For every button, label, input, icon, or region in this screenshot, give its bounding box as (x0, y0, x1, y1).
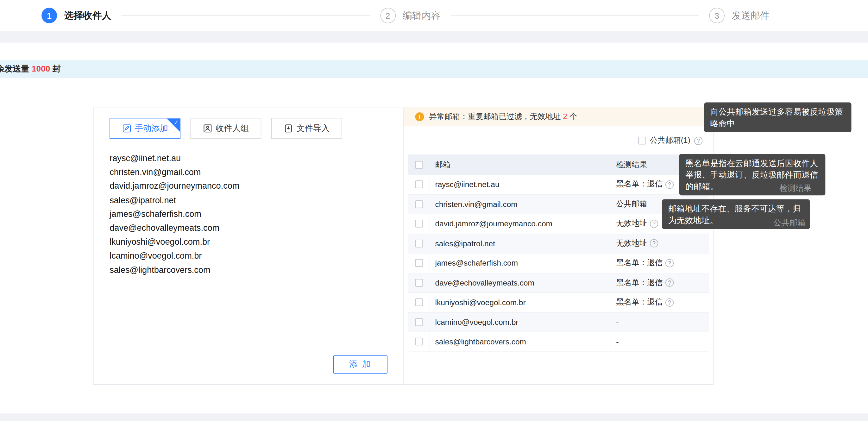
table-header-row: 邮箱 检测结果 (408, 154, 709, 175)
email-entry: james@schaferfish.com (110, 207, 389, 221)
wizard-step-1: 1选择收件人 (41, 8, 111, 23)
add-button[interactable]: 添 加 (333, 356, 388, 374)
table-row: dave@echovalleymeats.com黑名单：退信? (408, 273, 709, 293)
email-entry: lcamino@voegol.com.br (110, 249, 389, 263)
table-row: james@schaferfish.com黑名单：退信? (408, 253, 709, 273)
warning-prefix: 异常邮箱：重复邮箱已过滤，无效地址 (429, 112, 563, 120)
table-row: sales@lightbarcovers.com- (408, 332, 709, 352)
row-checkbox[interactable] (415, 200, 423, 208)
help-icon[interactable]: ? (650, 239, 658, 247)
help-icon[interactable]: ? (650, 220, 658, 228)
public-mailbox-filter: 公共邮箱(1) ? (638, 136, 703, 145)
file-import-icon (284, 124, 292, 133)
recipient-selection-panel: 手动添加✓收件人组文件导入 raysc@iinet.net.auchristen… (93, 107, 714, 385)
detection-result: 黑名单：退信 (616, 258, 662, 268)
detection-result: 公共邮箱 (616, 199, 647, 209)
detection-result: 黑名单：退信 (616, 297, 662, 307)
warning-text: 异常邮箱：重复邮箱已过滤，无效地址 2 个 (429, 112, 577, 121)
public-mailbox-checkbox[interactable] (638, 137, 646, 144)
email-entry: christen.vin@gmail.com (110, 165, 389, 179)
email-entry: sales@ipatrol.net (110, 193, 389, 207)
step-connector (121, 15, 370, 16)
email-entry: dave@echovalleymeats.com (110, 221, 389, 235)
row-checkbox[interactable] (415, 259, 423, 267)
help-icon[interactable]: ? (665, 180, 674, 189)
email-cell: sales@lightbarcovers.com (430, 332, 611, 351)
public-mailbox-label: 公共邮箱(1) (650, 136, 690, 145)
row-checkbox[interactable] (415, 279, 423, 287)
row-checkbox[interactable] (415, 181, 423, 188)
email-entry: david.jamroz@journeymanco.com (110, 179, 389, 193)
step-connector (451, 15, 699, 16)
email-cell: raysc@iinet.net.au (430, 175, 611, 194)
quota-bar: 余发送量 1000 封 (0, 60, 868, 78)
step-label: 编辑内容 (403, 9, 440, 22)
step-number: 3 (709, 8, 724, 23)
result-cell: 黑名单：退信? (611, 253, 709, 273)
step-number: 2 (380, 8, 395, 23)
help-icon[interactable]: ? (665, 278, 674, 287)
step-number: 1 (41, 8, 57, 23)
tab-label: 收件人组 (216, 123, 249, 133)
table-row: raysc@iinet.net.au黑名单：退信? (408, 175, 709, 195)
wizard-step-2: 2编辑内容 (380, 8, 440, 23)
mass-mail-wizard-page: 1选择收件人2编辑内容3发送邮件 余发送量 1000 封 手动添加✓收件人组文件… (0, 0, 868, 421)
background-text-fragment: 检测结果 (779, 183, 811, 194)
detection-result: - (616, 318, 619, 326)
checkbox-cell (408, 312, 430, 331)
email-entry: raysc@iinet.net.au (110, 151, 389, 165)
select-all-checkbox[interactable] (415, 161, 423, 169)
help-icon[interactable]: ? (694, 137, 703, 145)
add-method-tabs: 手动添加✓收件人组文件导入 (110, 118, 342, 139)
tab-label: 文件导入 (296, 123, 330, 133)
email-cell: sales@ipatrol.net (430, 234, 611, 253)
row-checkbox[interactable] (415, 240, 423, 247)
result-cell: - (611, 312, 709, 331)
help-icon[interactable]: ? (665, 298, 674, 306)
step-label: 发送邮件 (732, 9, 770, 22)
row-checkbox[interactable] (415, 220, 423, 228)
email-cell: lkuniyoshi@voegol.com.br (430, 293, 611, 312)
row-checkbox[interactable] (415, 338, 423, 345)
email-cell: dave@echovalleymeats.com (430, 273, 611, 292)
email-cell: lcamino@voegol.com.br (430, 312, 611, 331)
checkbox-cell (408, 332, 430, 351)
tab-file-import[interactable]: 文件导入 (271, 118, 342, 139)
detection-table: 邮箱 检测结果 raysc@iinet.net.au黑名单：退信?christe… (408, 154, 709, 352)
detection-result: 黑名单：退信 (616, 179, 662, 189)
row-checkbox[interactable] (415, 318, 423, 326)
help-icon[interactable]: ? (665, 259, 674, 267)
result-cell: 黑名单：退信? (611, 273, 709, 292)
abnormal-warning-bar: ! 异常邮箱：重复邮箱已过滤，无效地址 2 个 (404, 107, 713, 126)
recipient-group-icon (203, 124, 212, 133)
tab-label: 手动添加 (135, 123, 168, 133)
quota-suffix: 封 (50, 64, 61, 73)
add-recipients-section: 手动添加✓收件人组文件导入 raysc@iinet.net.auchristen… (94, 107, 404, 384)
step-label: 选择收件人 (64, 9, 112, 22)
row-checkbox[interactable] (415, 299, 423, 306)
checkbox-cell (408, 273, 430, 292)
detection-result: 无效地址 (616, 219, 647, 229)
column-header-email: 邮箱 (430, 154, 611, 175)
background-text-fragment: 公共邮箱 (773, 217, 805, 228)
checkbox-cell (408, 253, 430, 273)
tab-recipient-group[interactable]: 收件人组 (191, 118, 261, 139)
detection-result: 无效地址 (616, 238, 647, 248)
quota-text: 余发送量 1000 封 (0, 64, 61, 74)
check-icon: ✓ (174, 118, 179, 126)
tab-manual-add[interactable]: 手动添加✓ (110, 118, 180, 139)
checkbox-cell (408, 293, 430, 312)
quota-prefix: 余发送量 (0, 64, 32, 73)
warning-suffix: 个 (567, 112, 577, 120)
bottom-band (0, 413, 868, 421)
detection-results-section: ! 异常邮箱：重复邮箱已过滤，无效地址 2 个 公共邮箱(1) ? 邮箱 检测结… (404, 107, 713, 384)
email-cell: christen.vin@gmail.com (430, 195, 611, 214)
checkbox-cell (408, 234, 430, 253)
checkbox-cell (408, 195, 430, 214)
email-cell: james@schaferfish.com (430, 253, 611, 273)
wizard-step-3: 3发送邮件 (709, 8, 770, 23)
warning-icon: ! (415, 112, 424, 121)
recipient-email-input-area[interactable]: raysc@iinet.net.auchristen.vin@gmail.com… (110, 151, 389, 277)
tooltip: 向公共邮箱发送过多容易被反垃圾策略命中 (704, 102, 851, 132)
checkbox-header-cell (408, 154, 430, 175)
